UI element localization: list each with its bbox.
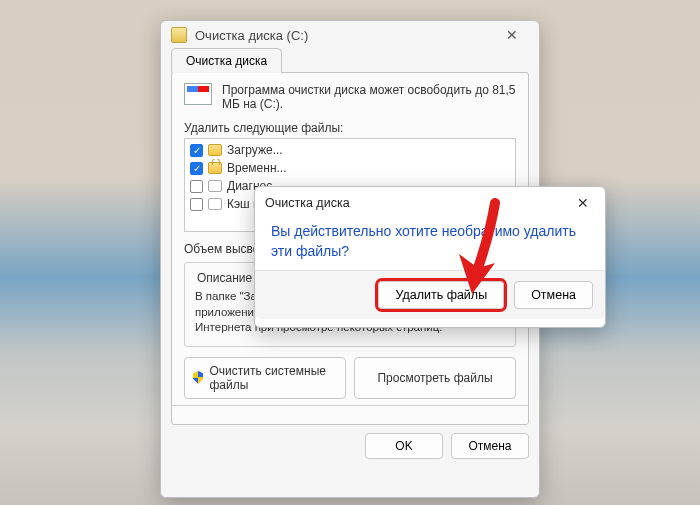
cancel-button[interactable]: Отмена (451, 433, 529, 459)
titlebar: Очистка диска (C:) ✕ (161, 21, 539, 47)
checkbox[interactable] (190, 180, 203, 193)
dialog-title: Очистка диска (265, 196, 350, 210)
window-title: Очистка диска (C:) (195, 28, 308, 43)
file-name: Временн... (227, 161, 287, 175)
dialog-message: Вы действительно хотите необратимо удали… (255, 217, 605, 270)
lock-folder-icon (208, 162, 222, 174)
files-label: Удалить следующие файлы: (184, 121, 516, 135)
delete-files-button[interactable]: Удалить файлы (378, 281, 504, 309)
dialog-footer: Удалить файлы Отмена (255, 271, 605, 319)
divider (172, 405, 528, 406)
cancel-label: Отмена (468, 439, 511, 453)
dialog-cancel-button[interactable]: Отмена (514, 281, 593, 309)
clean-system-files-button[interactable]: Очистить системные файлы (184, 357, 346, 399)
ok-button[interactable]: OK (365, 433, 443, 459)
checkbox[interactable]: ✓ (190, 144, 203, 157)
file-icon (208, 180, 222, 192)
tab-disk-cleanup[interactable]: Очистка диска (171, 48, 282, 73)
drive-icon (184, 83, 212, 105)
list-item[interactable]: ✓ Временн... (189, 159, 511, 177)
info-text: Программа очистки диска может освободить… (222, 83, 516, 111)
view-files-button[interactable]: Просмотреть файлы (354, 357, 516, 399)
shield-icon (193, 371, 203, 384)
dialog-titlebar: Очистка диска ✕ (255, 187, 605, 217)
folder-icon (208, 144, 222, 156)
checkbox[interactable]: ✓ (190, 162, 203, 175)
dialog-cancel-label: Отмена (531, 288, 576, 302)
ok-label: OK (395, 439, 412, 453)
close-icon[interactable]: ✕ (571, 195, 595, 211)
disk-cleanup-icon (171, 27, 187, 43)
confirm-dialog: Очистка диска ✕ Вы действительно хотите … (254, 186, 606, 328)
close-icon[interactable]: ✕ (495, 27, 529, 43)
clean-system-files-label: Очистить системные файлы (209, 364, 337, 392)
list-item[interactable]: ✓ Загруже... (189, 141, 511, 159)
checkbox[interactable] (190, 198, 203, 211)
tab-bar: Очистка диска (161, 47, 539, 72)
file-name: Загруже... (227, 143, 283, 157)
file-icon (208, 198, 222, 210)
footer: OK Отмена (171, 433, 529, 459)
description-legend: Описание (193, 271, 256, 285)
view-files-label: Просмотреть файлы (377, 371, 492, 385)
delete-files-label: Удалить файлы (395, 288, 487, 302)
